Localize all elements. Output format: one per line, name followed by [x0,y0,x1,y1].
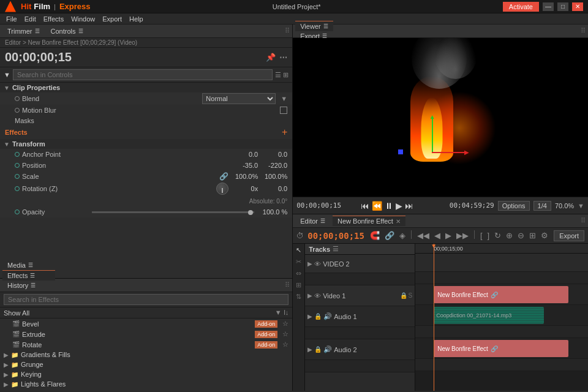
audio2-lock[interactable]: 🔒 [314,346,322,353]
position-dot[interactable] [15,163,20,168]
effect-item-bevel[interactable]: 🎬 Bevel Add-on ☆ [0,318,292,329]
tab-controls[interactable]: Controls ☰ [46,26,88,36]
tl-link-icon[interactable]: 🔗 [383,230,396,241]
trimmer-menu-icon[interactable]: ☰ [35,28,40,34]
opacity-dot[interactable] [15,209,20,214]
pin-icon[interactable]: 📌 [266,53,276,62]
anchor-dot[interactable] [15,152,20,157]
scale-dot[interactable] [15,174,20,179]
clip-properties-header[interactable]: ▼ Clip Properties [0,83,292,92]
video1-visibility[interactable]: 👁 [314,292,321,300]
step-back-button[interactable]: ⏮ [361,201,369,211]
tl-tool-razor[interactable]: ✂ [296,258,301,266]
tl-snap-btn[interactable]: ⊞ [527,230,538,241]
video1-mute[interactable]: S [409,292,413,299]
video2-expand[interactable]: ▶ [307,260,312,267]
prev-frame-button[interactable]: ⏪ [372,201,382,211]
menu-export[interactable]: Export [99,15,126,23]
group-particles[interactable]: ▶ 📁 Particles & Simulation [0,389,292,391]
timeline-export-button[interactable]: Export [554,230,584,241]
zoom-dropdown-icon[interactable]: ▼ [578,202,584,209]
bevel-star-icon[interactable]: ☆ [282,320,288,328]
clip-audio2-bonfire[interactable]: New Bonfire Effect 🔗 [434,340,568,357]
tl-tool-rate[interactable]: ⊞ [296,281,301,289]
audio1-speaker[interactable]: 🔊 [323,312,332,320]
tab-new-bonfire[interactable]: New Bonfire Effect ✕ [333,216,405,226]
menu-help[interactable]: Help [126,15,147,23]
extrude-star-icon[interactable]: ☆ [282,330,288,338]
tl-more-btn2[interactable]: ⊖ [516,230,526,241]
tl-out-btn[interactable]: ] [486,230,492,241]
effects-sort-icon[interactable]: ▼ [275,309,282,317]
tl-more-btn1[interactable]: ⊕ [504,230,514,241]
effects-tab-menu[interactable]: ☰ [30,273,35,279]
maximize-button[interactable]: □ [557,2,568,11]
effect-item-rotate[interactable]: 🎬 Rotate Add-on ☆ [0,339,292,350]
viewer-tab-menu[interactable]: ☰ [323,23,328,29]
audio1-expand[interactable]: ▶ [307,313,312,320]
blend-select[interactable]: Normal [202,93,276,104]
tl-back-btn[interactable]: ◀ [432,230,442,241]
controls-menu-icon[interactable]: ☰ [78,28,83,34]
tab-effects[interactable]: Effects ☰ [2,270,55,281]
tab-editor[interactable]: Editor ☰ [295,216,330,226]
options-button[interactable]: Options [498,201,530,211]
video2-visibility[interactable]: 👁 [314,260,321,268]
group-keying[interactable]: ▶ 📁 Keying [0,369,292,379]
group-gradients[interactable]: ▶ 📁 Gradients & Fills [0,350,292,360]
controls-search-input[interactable] [13,69,273,80]
group-grunge[interactable]: ▶ 📁 Grunge [0,360,292,369]
rotate-star-icon[interactable]: ☆ [282,341,288,349]
tl-prev-btn[interactable]: ◀◀ [415,230,431,241]
opacity-slider[interactable] [92,211,254,213]
minimize-button[interactable]: — [543,2,554,11]
audio2-expand[interactable]: ▶ [307,346,312,353]
menu-edit[interactable]: Edit [21,15,40,23]
effects-add-button[interactable]: + [282,127,287,138]
history-tab-menu[interactable]: ☰ [31,282,36,288]
video1-expand[interactable]: ▶ [307,292,312,299]
motion-blur-checkbox[interactable] [280,107,287,114]
activate-button[interactable]: Activate [503,2,539,12]
playhead[interactable] [434,244,434,391]
video1-lock[interactable]: 🔒 [400,292,407,299]
bonfire-tab-close[interactable]: ✕ [396,218,401,225]
tab-media[interactable]: Media ☰ [2,260,55,270]
transform-header[interactable]: ▼ Transform [0,139,292,149]
audio1-lock[interactable]: 🔒 [314,313,322,320]
effects-search-input[interactable] [4,294,288,305]
clip-new-bonfire-effect[interactable]: New Bonfire Effect 🔗 [434,286,568,303]
tab-history[interactable]: History ☰ [2,281,55,290]
media-tab-menu[interactable]: ☰ [28,262,33,268]
play-button[interactable]: ▶ [396,201,402,211]
tracks-menu-icon[interactable]: ☰ [333,245,339,253]
audio2-speaker[interactable]: 🔊 [323,345,332,353]
tab-trimmer[interactable]: Trimmer ☰ [2,26,45,36]
editor-tab-menu[interactable]: ☰ [320,218,325,224]
tl-loop-btn[interactable]: ↻ [492,230,503,241]
list-view-icon[interactable]: ☰ [275,71,281,79]
clip-audio1[interactable]: Coopdiction 00_21071-14.mp3 [434,307,544,324]
rotation-knob[interactable] [216,183,228,195]
menu-window[interactable]: Window [67,15,99,23]
tl-tool-arrow2[interactable]: ⇅ [296,293,301,301]
motion-blur-dot[interactable] [15,108,20,113]
blend-keyframe-dot[interactable] [15,96,20,101]
menu-effects[interactable]: Effects [40,15,67,23]
tl-in-btn[interactable]: [ [478,230,484,241]
effects-az-icon[interactable]: Ⅰ↓ [284,309,289,317]
tl-magnet-icon[interactable]: 🧲 [368,230,382,241]
tl-tool-select[interactable]: ↖ [296,246,301,254]
tl-mark-icon[interactable]: ◈ [398,230,407,241]
group-lights-flares[interactable]: ▶ 📁 Lights & Flares [0,379,292,389]
pause-button[interactable]: ⏸ [385,201,393,211]
tl-next-btn[interactable]: ▶▶ [454,230,470,241]
rotation-dot[interactable] [15,186,20,191]
tl-settings-btn[interactable]: ⚙ [539,230,550,241]
close-button[interactable]: ✕ [572,2,583,11]
fraction-icon[interactable]: 1/4 [533,201,551,211]
grid-view-icon[interactable]: ⊞ [283,71,288,79]
tab-viewer[interactable]: Viewer ☰ [295,21,333,31]
tl-tool-slip[interactable]: ⇔ [296,270,301,277]
more-icon[interactable]: ⋯ [279,53,287,62]
